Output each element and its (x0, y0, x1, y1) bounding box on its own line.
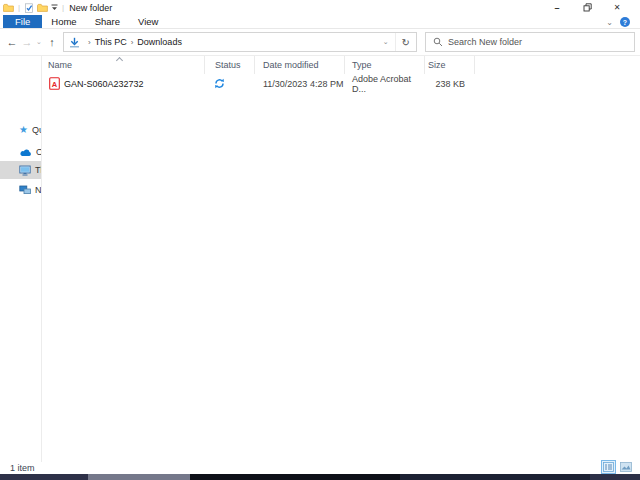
sidebar-item-this-pc[interactable]: This PC (0, 161, 42, 179)
this-pc-monitor-icon (19, 165, 31, 176)
tab-home[interactable]: Home (42, 15, 85, 28)
new-folder-button[interactable] (37, 3, 48, 12)
up-button[interactable]: ↑ (44, 36, 60, 48)
breadcrumb-this-pc[interactable]: This PC (95, 37, 127, 47)
file-type-cell: Adobe Acrobat D... (345, 75, 425, 92)
navigation-bar: ← → ⌄ ↑ › This PC › Downloads ⌄ ↻ (0, 29, 640, 56)
window-title: New folder (69, 3, 112, 13)
sidebar-item-onedrive[interactable]: OneDrive (0, 143, 42, 161)
sidebar-item-quick-access[interactable]: ★ Quick access (0, 121, 42, 139)
column-header-type[interactable]: Type (345, 56, 425, 74)
navigation-pane: ★ Quick access OneDrive This PC Network (0, 56, 42, 462)
column-header-label: Status (215, 60, 241, 70)
file-name: GAN-S060A232732 (64, 79, 144, 89)
status-bar: 1 item (0, 462, 640, 474)
file-name-cell: A GAN-S060A232732 (44, 75, 205, 92)
view-toggles (601, 460, 633, 474)
column-header-status[interactable]: Status (205, 56, 255, 74)
tab-view[interactable]: View (129, 15, 167, 28)
address-dropdown-chevron-icon[interactable]: ⌄ (377, 38, 395, 46)
column-header-size[interactable]: Size (425, 56, 475, 74)
close-button[interactable]: ✕ (602, 0, 632, 15)
file-row[interactable]: A GAN-S060A232732 11/30/2023 4:28 PM Ado… (44, 75, 475, 92)
search-box (425, 32, 635, 52)
column-header-row: Name Status Date modified Type Size (44, 56, 475, 74)
column-header-label: Size (428, 60, 446, 70)
sidebar-item-network[interactable]: Network (0, 181, 42, 199)
restore-button[interactable] (572, 0, 602, 15)
content-area: ★ Quick access OneDrive This PC Network (0, 56, 640, 462)
onedrive-cloud-icon (19, 148, 32, 157)
back-button[interactable]: ← (4, 36, 20, 48)
tab-file[interactable]: File (3, 15, 42, 28)
file-status-cell (205, 75, 255, 92)
quick-access-toolbar: | | (0, 3, 65, 13)
column-header-label: Type (352, 60, 372, 70)
breadcrumb-downloads[interactable]: Downloads (137, 37, 182, 47)
explorer-window: | | New folder – ✕ File Home Share View (0, 0, 640, 480)
column-header-name[interactable]: Name (44, 56, 205, 74)
details-view-button[interactable] (601, 460, 616, 474)
title-bar: | | New folder – ✕ (0, 0, 640, 15)
star-icon: ★ (19, 125, 28, 135)
search-input[interactable] (448, 37, 634, 47)
sort-ascending-icon (116, 57, 123, 64)
svg-text:A: A (52, 80, 58, 89)
pdf-icon: A (49, 77, 60, 90)
forward-button[interactable]: → (20, 36, 34, 48)
item-count: 1 item (10, 463, 35, 473)
taskbar-sliver (0, 474, 640, 480)
refresh-button[interactable]: ↻ (395, 33, 416, 51)
minimize-button[interactable]: – (542, 0, 572, 15)
window-controls: – ✕ (542, 0, 632, 15)
address-bar[interactable]: › This PC › Downloads ⌄ ↻ (63, 32, 417, 52)
qat-separator-icon: | (17, 3, 21, 12)
properties-button[interactable] (24, 3, 34, 13)
file-date-cell: 11/30/2023 4:28 PM (255, 75, 345, 92)
sync-pending-icon (214, 78, 225, 89)
recent-locations-chevron-icon[interactable]: ⌄ (34, 38, 44, 46)
window-folder-icon (3, 3, 14, 12)
help-button[interactable]: ? (620, 17, 630, 27)
column-header-date-modified[interactable]: Date modified (255, 56, 345, 74)
expand-ribbon-chevron-icon[interactable]: ⌄ (606, 18, 613, 27)
qat-separator-icon: | (61, 3, 65, 12)
column-header-label: Date modified (263, 60, 319, 70)
customize-qat-chevron-button[interactable] (51, 4, 58, 11)
downloads-icon (69, 37, 80, 48)
network-icon (19, 185, 31, 195)
tab-share[interactable]: Share (86, 15, 129, 28)
search-icon (433, 37, 443, 47)
pane-divider[interactable] (41, 56, 42, 462)
breadcrumb-separator-icon: › (127, 38, 138, 47)
column-header-label: Name (48, 60, 72, 70)
ribbon-tab-row: File Home Share View ⌄ ? (0, 15, 640, 29)
thumbnail-view-button[interactable] (618, 460, 633, 474)
breadcrumb-separator-icon: › (84, 38, 95, 47)
file-size-cell: 238 KB (425, 75, 475, 92)
